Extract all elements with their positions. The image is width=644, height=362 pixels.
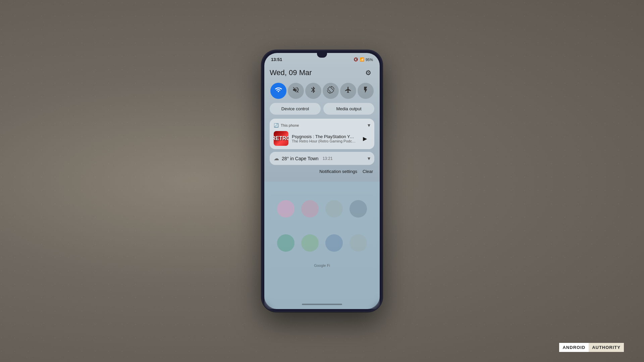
- media-output-button[interactable]: Media output: [323, 103, 374, 115]
- notification-actions: Notification settings Clear: [268, 168, 376, 175]
- phone-screen: 13:51 🔇 📶 95% Wed, 09 Mar ⚙: [264, 53, 380, 309]
- app-icon-8: [350, 234, 367, 252]
- rotation-toggle[interactable]: [323, 83, 339, 99]
- flashlight-icon: [362, 86, 369, 96]
- weather-time: 13:21: [323, 156, 333, 161]
- app-icon-7: [325, 234, 343, 252]
- media-source-row: 🔄 This phone ▾: [274, 122, 370, 128]
- home-screen-area: Google Fi: [264, 182, 380, 309]
- album-art: RETRO: [274, 131, 288, 146]
- weather-notification[interactable]: ☁ 28° in Cape Town 13:21 ▾: [270, 152, 374, 165]
- media-expand-icon[interactable]: ▾: [368, 122, 370, 128]
- device-control-button[interactable]: Device control: [270, 103, 321, 115]
- media-info: Psygnosis : The PlayStation Years - T...…: [292, 134, 356, 143]
- airplane-toggle[interactable]: [340, 83, 356, 99]
- wifi-toggle[interactable]: [270, 83, 286, 99]
- sound-toggle[interactable]: [288, 83, 304, 99]
- notification-panel: Wed, 09 Mar ⚙: [264, 64, 380, 175]
- bluetooth-icon: [310, 86, 317, 96]
- control-buttons: Device control Media output: [268, 103, 376, 115]
- google-fi-label: Google Fi: [264, 262, 380, 268]
- media-player-card[interactable]: 🔄 This phone ▾ RETRO Psygnosis : The Pl: [270, 119, 374, 149]
- app-icon-2: [301, 200, 319, 218]
- media-source-text: This phone: [281, 123, 299, 127]
- mute-icon: [292, 86, 300, 96]
- media-source-label: 🔄 This phone: [274, 123, 299, 128]
- settings-button[interactable]: ⚙: [362, 67, 374, 79]
- play-button[interactable]: ▶: [360, 133, 370, 144]
- album-art-inner: RETRO: [274, 131, 288, 146]
- home-icons-row-2: [264, 229, 380, 257]
- nav-bar: [302, 304, 342, 305]
- watermark-inner: ANDROID AUTHORITY: [559, 343, 624, 352]
- app-icon-5: [277, 234, 294, 252]
- screen-rotation-icon: [327, 86, 334, 96]
- app-icon-3: [325, 200, 343, 218]
- notification-settings-button[interactable]: Notification settings: [319, 169, 357, 174]
- phone-body: 13:51 🔇 📶 95% Wed, 09 Mar ⚙: [262, 50, 382, 312]
- flashlight-toggle[interactable]: [358, 83, 374, 99]
- app-icon-6: [301, 234, 319, 252]
- weather-content: ☁ 28° in Cape Town 13:21: [274, 155, 333, 162]
- clear-button[interactable]: Clear: [363, 169, 373, 174]
- sync-icon: 🔄: [274, 123, 279, 128]
- watermark-authority-text: AUTHORITY: [589, 343, 624, 352]
- battery-icon: 95%: [366, 58, 373, 62]
- date-header: Wed, 09 Mar ⚙: [268, 64, 376, 83]
- wifi-icon: [275, 86, 282, 96]
- watermark-android-text: ANDROID: [559, 343, 589, 352]
- date-text: Wed, 09 Mar: [270, 68, 312, 77]
- signal-icon: 📶: [360, 57, 364, 62]
- status-time: 13:51: [271, 57, 282, 62]
- app-icon-4: [350, 200, 367, 218]
- watermark: ANDROID AUTHORITY: [559, 343, 624, 352]
- app-icon-1: [277, 200, 294, 218]
- home-icons-row-1: [264, 195, 380, 223]
- media-content-row: RETRO Psygnosis : The PlayStation Years …: [274, 131, 370, 146]
- weather-text: 28° in Cape Town: [282, 156, 319, 161]
- media-subtitle: The Retro Hour (Retro Gaming Podca...: [292, 139, 356, 143]
- quick-toggles: [268, 83, 376, 99]
- media-title: Psygnosis : The PlayStation Years - T...: [292, 134, 356, 139]
- airplane-icon: [344, 86, 352, 96]
- bluetooth-toggle[interactable]: [305, 83, 321, 99]
- sound-off-icon: 🔇: [354, 57, 358, 62]
- cloud-icon: ☁: [274, 155, 279, 162]
- status-icons: 🔇 📶 95%: [354, 57, 373, 62]
- weather-expand-icon[interactable]: ▾: [368, 155, 370, 162]
- phone-container: 13:51 🔇 📶 95% Wed, 09 Mar ⚙: [262, 50, 382, 312]
